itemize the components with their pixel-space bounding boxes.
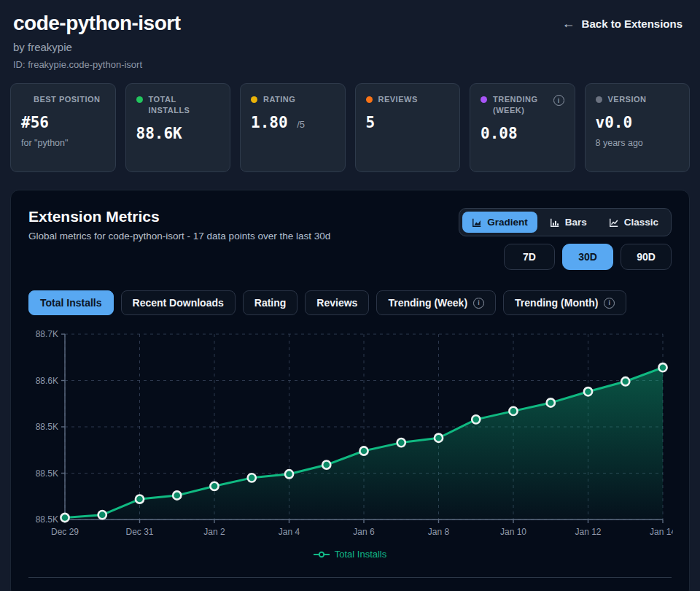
svg-text:Dec 31: Dec 31 — [125, 527, 153, 537]
author-label: by freakypie — [13, 41, 181, 53]
data-point[interactable] — [584, 387, 592, 395]
stat-value: v0.0 — [596, 114, 680, 131]
page-title: code-python-isort — [13, 12, 181, 35]
stat-label: RATING — [263, 94, 295, 105]
data-point[interactable] — [435, 434, 443, 442]
data-point[interactable] — [621, 377, 629, 385]
time-range-buttons: 7D 30D 90D — [504, 244, 672, 270]
data-point[interactable] — [285, 470, 293, 478]
svg-text:Jan 12: Jan 12 — [575, 527, 601, 537]
rating-number: 1.80 — [251, 114, 288, 131]
back-to-extensions-link[interactable]: ← Back to Extensions — [562, 16, 682, 31]
panel-title-block: Extension Metrics Global metrics for cod… — [28, 208, 330, 242]
status-dot — [21, 96, 28, 103]
data-point[interactable] — [397, 439, 405, 447]
stat-card-best-position: BEST POSITION #56 for "python" — [10, 83, 116, 172]
data-point[interactable] — [98, 511, 106, 519]
svg-text:88.5K: 88.5K — [36, 514, 58, 525]
data-point[interactable] — [509, 407, 517, 415]
stat-value: 1.80 /5 — [251, 114, 335, 131]
panel-subtitle: Global metrics for code-python-isort - 1… — [28, 231, 330, 242]
tab-rating[interactable]: Rating — [243, 290, 298, 315]
chart-style-gradient-button[interactable]: Gradient — [462, 212, 537, 233]
panel-divider — [28, 577, 672, 578]
stat-label: BEST POSITION — [34, 94, 100, 105]
arrow-left-icon: ← — [562, 16, 575, 31]
data-point[interactable] — [359, 447, 368, 455]
panel-title: Extension Metrics — [28, 208, 330, 225]
stat-card-header: VERSION — [596, 94, 680, 105]
svg-text:Jan 8: Jan 8 — [428, 527, 450, 537]
chart-legend: Total Installs — [28, 549, 672, 560]
tab-label: Trending (Week) — [388, 297, 467, 309]
tab-trending-month[interactable]: Trending (Month)i — [503, 290, 626, 315]
header-left: code-python-isort by freakypie ID: freak… — [13, 12, 181, 70]
panel-header: Extension Metrics Global metrics for cod… — [28, 208, 672, 270]
stat-label: REVIEWS — [378, 94, 418, 105]
info-icon: i — [604, 298, 615, 309]
tab-label: Total Installs — [40, 297, 102, 309]
stat-card-total-installs: TOTAL INSTALLS 88.6K — [125, 83, 231, 172]
data-point[interactable] — [248, 474, 256, 482]
chart-style-label: Gradient — [487, 217, 528, 228]
data-point[interactable] — [658, 363, 666, 371]
chart-style-classic-button[interactable]: Classic — [599, 212, 668, 233]
area-chart-icon — [472, 217, 482, 228]
status-dot — [136, 96, 143, 103]
stat-subtitle: 8 years ago — [596, 138, 680, 148]
svg-text:Jan 2: Jan 2 — [203, 527, 225, 537]
chart-area: Dec 29Dec 31Jan 2Jan 4Jan 6Jan 8Jan 10Ja… — [28, 325, 672, 544]
legend-line-marker-icon — [314, 551, 330, 558]
line-chart-icon — [609, 217, 619, 228]
stat-card-rating: RATING 1.80 /5 — [240, 83, 346, 172]
stat-value: 88.6K — [136, 125, 220, 142]
stat-label: TRENDING (WEEK) — [493, 94, 548, 116]
stat-subtitle: for "python" — [21, 138, 105, 148]
chart-style-label: Bars — [565, 217, 587, 228]
tab-label: Trending (Month) — [515, 297, 598, 309]
back-link-label: Back to Extensions — [582, 18, 682, 30]
stat-card-header: RATING — [251, 94, 335, 105]
tab-label: Recent Downloads — [133, 297, 224, 309]
rating-scale: /5 — [297, 119, 305, 130]
range-90d-button[interactable]: 90D — [621, 244, 672, 270]
data-point[interactable] — [472, 415, 480, 423]
tab-label: Reviews — [316, 297, 357, 309]
data-point[interactable] — [173, 491, 181, 499]
tab-reviews[interactable]: Reviews — [305, 290, 369, 315]
tab-label: Rating — [254, 297, 287, 309]
legend-label: Total Installs — [335, 549, 387, 560]
range-7d-button[interactable]: 7D — [504, 244, 555, 270]
extension-metrics-panel: Extension Metrics Global metrics for cod… — [10, 190, 690, 591]
stat-card-version: VERSION v0.0 8 years ago — [585, 83, 691, 172]
chart-controls: Gradient Bars Classic 7D 30D 90D — [459, 208, 672, 270]
chart-style-bars-button[interactable]: Bars — [540, 212, 596, 233]
status-dot — [366, 96, 373, 103]
header: code-python-isort by freakypie ID: freak… — [10, 12, 690, 70]
status-dot — [481, 96, 487, 103]
svg-text:88.7K: 88.7K — [36, 329, 58, 339]
data-point[interactable] — [61, 514, 69, 522]
tab-total-installs[interactable]: Total Installs — [28, 290, 114, 315]
svg-text:Dec 29: Dec 29 — [51, 527, 79, 537]
tab-trending-week[interactable]: Trending (Week)i — [376, 290, 496, 315]
stat-card-reviews: REVIEWS 5 — [355, 83, 461, 172]
data-point[interactable] — [547, 398, 555, 406]
data-point[interactable] — [322, 460, 330, 468]
range-30d-button[interactable]: 30D — [562, 244, 613, 270]
data-point[interactable] — [136, 495, 144, 503]
stat-label: VERSION — [608, 94, 647, 105]
status-dot — [251, 96, 257, 103]
stat-value: #56 — [21, 114, 105, 131]
data-point[interactable] — [210, 482, 218, 490]
svg-text:Jan 4: Jan 4 — [279, 527, 300, 537]
svg-text:88.6K: 88.6K — [36, 376, 58, 386]
svg-text:88.5K: 88.5K — [36, 468, 58, 479]
svg-text:Jan 14: Jan 14 — [650, 527, 673, 537]
metrics-chart: Dec 29Dec 31Jan 2Jan 4Jan 6Jan 8Jan 10Ja… — [28, 325, 673, 541]
tab-recent-downloads[interactable]: Recent Downloads — [121, 290, 236, 315]
extension-id: ID: freakypie.code-python-isort — [13, 59, 181, 70]
svg-text:Jan 10: Jan 10 — [500, 527, 526, 537]
info-icon[interactable]: i — [553, 95, 564, 106]
stat-card-header: TOTAL INSTALLS — [136, 94, 220, 116]
